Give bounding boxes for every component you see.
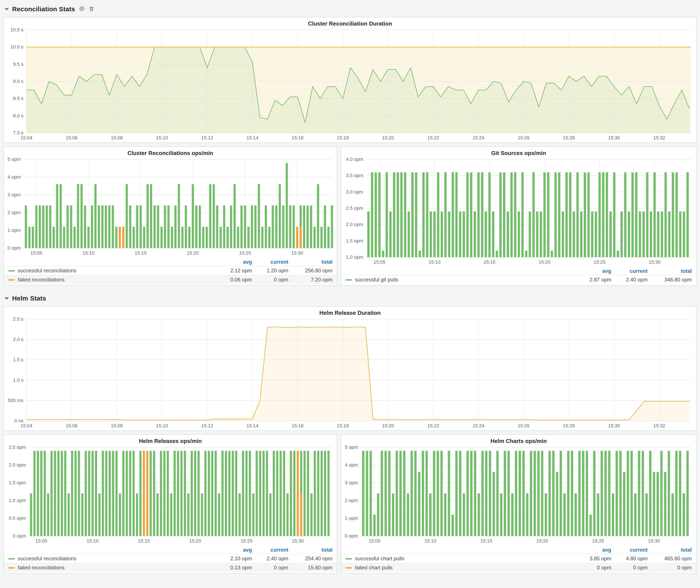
series-name[interactable]: failed chart pulls xyxy=(355,565,575,571)
grafana-dashboard: Reconciliation Stats Cluster Reconciliat… xyxy=(0,0,700,588)
legend: avgcurrenttotalsuccessful git pulls2.87 … xyxy=(341,267,696,285)
helm-charts-ops-chart[interactable]: 0 opm1 opm2 opm3 opm4 opm5 opm15:0515:10… xyxy=(341,445,696,546)
svg-text:15:20: 15:20 xyxy=(539,259,550,265)
legend-value: 256.80 opm xyxy=(288,268,332,274)
panel-title[interactable]: Git Sources ops/min xyxy=(341,147,696,157)
panel-title[interactable]: Helm Releases ops/min xyxy=(4,435,337,445)
legend-value: 0 opm xyxy=(252,277,288,283)
section-title[interactable]: Reconciliation Stats xyxy=(12,5,75,12)
legend-col-total[interactable]: total xyxy=(648,268,692,274)
series-name[interactable]: failed reconciliations xyxy=(18,277,216,283)
series-name[interactable]: successful git pulls xyxy=(355,277,575,283)
svg-text:10.5 s: 10.5 s xyxy=(10,27,23,32)
legend-value: 0.06 opm xyxy=(216,277,252,283)
legend-header: avgcurrenttotal xyxy=(4,258,337,266)
svg-text:15:18: 15:18 xyxy=(337,423,349,428)
panel-title[interactable]: Cluster Reconciliation Duration xyxy=(4,17,696,27)
svg-text:15:10: 15:10 xyxy=(156,423,168,428)
svg-text:15:24: 15:24 xyxy=(473,423,484,428)
legend-value: 465.60 opm xyxy=(648,556,692,562)
legend-header: avgcurrenttotal xyxy=(341,267,696,275)
cluster-reconciliations-ops-chart[interactable]: 0 opm1 opm2 opm3 opm4 opm5 opm15:0515:10… xyxy=(4,157,337,258)
gear-icon[interactable] xyxy=(79,6,85,12)
svg-text:15:32: 15:32 xyxy=(653,423,665,428)
series-color-swatch xyxy=(345,279,352,280)
legend-col-avg[interactable]: avg xyxy=(575,268,611,274)
svg-text:15:30: 15:30 xyxy=(608,135,620,141)
git-sources-ops-chart[interactable]: 1.0 opm1.5 opm2.0 opm2.5 opm3.0 opm3.5 o… xyxy=(341,157,696,267)
svg-text:15:20: 15:20 xyxy=(382,135,394,141)
series-name[interactable]: successful chart pulls xyxy=(355,556,575,562)
svg-text:15:10: 15:10 xyxy=(156,135,168,141)
legend-row: failed reconciliations0.06 opm0 opm7.20 … xyxy=(4,275,337,284)
legend-value: 2.12 opm xyxy=(216,268,252,274)
legend-row: successful git pulls2.87 opm2.40 opm346.… xyxy=(341,275,696,284)
svg-text:3.0 opm: 3.0 opm xyxy=(346,189,363,195)
chevron-down-icon[interactable] xyxy=(4,6,9,11)
series-name[interactable]: failed reconciliations xyxy=(18,565,216,571)
svg-text:15:12: 15:12 xyxy=(201,135,213,141)
panel-title[interactable]: Helm Release Duration xyxy=(4,307,696,317)
svg-text:15:30: 15:30 xyxy=(292,538,304,544)
svg-text:15:30: 15:30 xyxy=(649,259,661,265)
series-name[interactable]: successful reconciliations xyxy=(18,268,216,274)
svg-text:15:15: 15:15 xyxy=(135,250,147,256)
svg-text:9.0 s: 9.0 s xyxy=(13,79,23,84)
svg-text:15:20: 15:20 xyxy=(536,538,548,544)
legend: avgcurrenttotalsuccessful reconciliation… xyxy=(4,546,337,573)
svg-text:1 opm: 1 opm xyxy=(345,515,358,521)
legend-col-current[interactable]: current xyxy=(252,259,288,265)
svg-text:15:32: 15:32 xyxy=(653,135,665,141)
legend-value: 0 opm xyxy=(611,565,648,571)
series-name[interactable]: successful reconciliations xyxy=(18,556,216,562)
legend-value: 346.80 opm xyxy=(648,277,692,283)
panel-title[interactable]: Cluster Reconciliations ops/min xyxy=(4,147,337,157)
svg-text:2 opm: 2 opm xyxy=(345,498,358,503)
cluster-reconciliation-duration-chart[interactable]: 7.5 s8.0 s8.5 s9.0 s9.5 s10.0 s10.5 s15:… xyxy=(4,27,696,142)
legend-row: failed reconciliations0.13 opm0 opm15.60… xyxy=(4,563,337,572)
legend-value: 3.85 opm xyxy=(575,556,611,562)
section-title[interactable]: Helm Stats xyxy=(12,294,46,302)
svg-text:15:26: 15:26 xyxy=(518,135,530,141)
legend-col-total[interactable]: total xyxy=(288,547,332,553)
series-color-swatch xyxy=(8,279,15,280)
svg-text:1.0 s: 1.0 s xyxy=(13,377,23,383)
svg-text:4.0 opm: 4.0 opm xyxy=(346,157,363,162)
legend-col-total[interactable]: total xyxy=(648,547,692,553)
svg-text:15:12: 15:12 xyxy=(201,423,213,428)
legend-row: successful reconciliations2.10 opm2.40 o… xyxy=(4,554,337,563)
svg-text:15:25: 15:25 xyxy=(239,250,251,256)
panel-row-helm: Helm Releases ops/min 0 opm0.5 opm1.0 op… xyxy=(3,434,697,574)
helm-release-duration-chart[interactable]: 0 ns500 ms1.0 s1.5 s2.0 s2.5 s15:0415:06… xyxy=(4,317,696,430)
legend-col-avg[interactable]: avg xyxy=(216,259,252,265)
svg-text:15:08: 15:08 xyxy=(111,135,123,141)
svg-text:15:20: 15:20 xyxy=(189,538,201,544)
svg-text:8.0 s: 8.0 s xyxy=(13,113,23,118)
svg-text:15:10: 15:10 xyxy=(424,538,436,544)
trash-icon[interactable] xyxy=(89,6,95,11)
legend-col-current[interactable]: current xyxy=(252,547,288,553)
panel-cluster-reconciliation-duration: Cluster Reconciliation Duration 7.5 s8.0… xyxy=(3,17,697,143)
legend-col-current[interactable]: current xyxy=(611,547,648,553)
legend-header: avgcurrenttotal xyxy=(4,546,337,554)
svg-text:1.0 opm: 1.0 opm xyxy=(346,254,363,260)
svg-text:3 opm: 3 opm xyxy=(8,192,21,197)
svg-text:15:04: 15:04 xyxy=(20,135,32,141)
series-color-swatch xyxy=(345,567,352,568)
panel-title[interactable]: Helm Charts ops/min xyxy=(341,435,696,445)
svg-text:3.5 opm: 3.5 opm xyxy=(346,173,363,178)
svg-text:0 opm: 0 opm xyxy=(13,533,26,539)
svg-text:2.5 opm: 2.5 opm xyxy=(9,445,26,450)
svg-text:15:25: 15:25 xyxy=(594,259,605,265)
helm-releases-ops-chart[interactable]: 0 opm0.5 opm1.0 opm1.5 opm2.0 opm2.5 opm… xyxy=(4,445,337,546)
chevron-down-icon[interactable] xyxy=(4,296,9,300)
svg-text:3 opm: 3 opm xyxy=(345,480,358,485)
svg-text:15:24: 15:24 xyxy=(473,135,484,141)
legend-col-current[interactable]: current xyxy=(611,268,648,274)
legend-value: 1.20 opm xyxy=(252,268,288,274)
legend-col-total[interactable]: total xyxy=(288,259,332,265)
legend-col-avg[interactable]: avg xyxy=(575,547,611,553)
svg-text:15:26: 15:26 xyxy=(518,423,530,428)
legend-col-avg[interactable]: avg xyxy=(216,547,252,553)
legend-value: 0 opm xyxy=(648,565,692,571)
